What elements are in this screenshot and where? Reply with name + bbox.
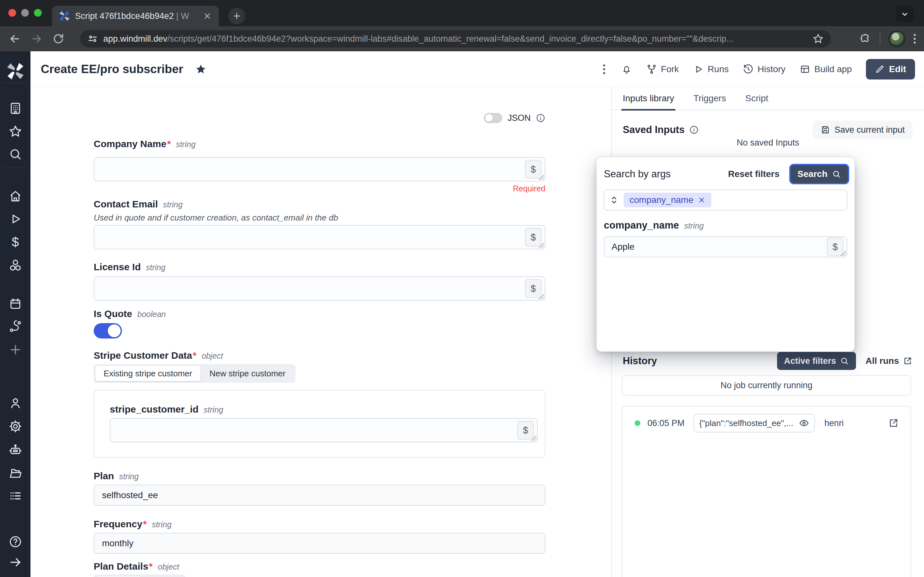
sidebar-item-runs[interactable] [0, 210, 31, 228]
sidebar-item-workspace[interactable] [0, 99, 31, 117]
field-stripe-customer-id-input[interactable]: $ [110, 418, 538, 442]
sidebar-item-logs[interactable] [0, 487, 31, 505]
header-actions: Fork Runs History Build app Edit [601, 59, 915, 79]
popup-field-input[interactable]: Apple $ [604, 236, 847, 258]
resize-handle[interactable] [539, 243, 544, 248]
save-current-input-button[interactable]: Save current input [813, 121, 913, 139]
forward-button[interactable] [29, 32, 44, 46]
field-license-id-input[interactable]: $ [94, 276, 545, 301]
windmill-logo[interactable] [0, 62, 31, 80]
new-tab-button[interactable] [228, 8, 245, 24]
field-stripe-customer-id-label: stripe_customer_id string [110, 404, 223, 415]
active-filters-button[interactable]: Active filters [777, 352, 856, 370]
fork-button[interactable]: Fork [646, 64, 679, 75]
favorite-star-icon[interactable] [195, 63, 207, 75]
is-quote-toggle[interactable] [94, 323, 122, 338]
field-company-name-input[interactable]: $ [94, 157, 545, 181]
view-args-eye-icon[interactable] [799, 418, 809, 428]
chip-remove-icon [698, 196, 706, 204]
resize-handle[interactable] [539, 175, 544, 180]
all-runs-link[interactable]: All runs [866, 356, 913, 366]
saved-inputs-title: Saved Inputs [623, 124, 699, 135]
sidebar-item-resources[interactable] [0, 256, 31, 274]
sidebar-item-home[interactable] [0, 187, 31, 205]
sidebar-item-add[interactable] [0, 341, 31, 359]
history-title: History [623, 355, 657, 367]
tab-new-stripe-customer[interactable]: New stripe customer [201, 366, 294, 381]
back-button[interactable] [8, 32, 22, 46]
resize-handle[interactable] [539, 294, 544, 300]
sidebar-item-folders[interactable] [0, 464, 31, 482]
toolbar-right [859, 26, 924, 51]
runs-button[interactable]: Runs [693, 64, 729, 75]
saved-inputs-info-icon[interactable] [689, 125, 699, 135]
run-args-pill[interactable]: {"plan":"selfhosted_ee",... [694, 414, 815, 432]
sidebar-item-flows[interactable] [0, 318, 31, 335]
app-header: Create EE/pro subscriber Fork Runs Histo… [31, 51, 924, 87]
run-args-text: {"plan":"selfhosted_ee",... [699, 418, 795, 428]
no-job-banner: No job currently running [622, 375, 911, 396]
build-app-button[interactable]: Build app [800, 64, 852, 75]
sidebar-item-users[interactable] [0, 394, 31, 412]
resize-handle[interactable] [841, 251, 846, 256]
search-button[interactable]: Search [790, 165, 848, 183]
browser-toolbar: app.windmill.dev/scripts/get/476f1bdce46… [0, 26, 924, 51]
sidebar-item-search[interactable] [0, 145, 31, 163]
company-name-chip[interactable]: company_name [624, 193, 711, 207]
tab-script[interactable]: Script [745, 87, 768, 110]
field-frequency-label: Frequency* string [94, 519, 172, 530]
page-title: Create EE/pro subscriber [41, 63, 183, 76]
window-minimize-button[interactable] [21, 9, 29, 17]
plan-select[interactable]: selfhosted_ee [94, 485, 545, 506]
frequency-select[interactable]: monthly [94, 533, 545, 554]
url-text: app.windmill.dev/scripts/get/476f1bdce46… [103, 34, 807, 44]
args-key-select[interactable]: company_name [604, 189, 847, 211]
history-header: History Active filters All runs [623, 352, 913, 370]
panel-tabs: Inputs library Triggers Script [612, 87, 924, 110]
browser-menu-icon[interactable] [914, 34, 916, 44]
sidebar-divider [3, 83, 27, 83]
sidebar-expand-icon[interactable] [0, 553, 31, 571]
sidebar-item-help[interactable] [0, 533, 31, 551]
open-run-icon[interactable] [888, 418, 899, 429]
field-license-id-label: License Id string [94, 261, 166, 272]
browser-tab[interactable]: Script 476f1bdce46b94e2 | W [52, 6, 219, 26]
window-zoom-button[interactable] [34, 9, 42, 17]
site-settings-icon[interactable] [87, 33, 98, 44]
tab-inputs-library[interactable]: Inputs library [623, 87, 674, 110]
sidebar-item-settings[interactable] [0, 417, 31, 435]
run-row[interactable]: 06:05 PM {"plan":"selfhosted_ee",... hen… [622, 414, 911, 433]
field-stripe-label: Stripe Customer Data* object [94, 350, 223, 361]
edit-button[interactable]: Edit [866, 59, 915, 79]
profile-avatar[interactable] [889, 31, 905, 47]
history-button[interactable]: History [743, 64, 785, 75]
sidebar-item-favorites[interactable] [0, 122, 31, 140]
reload-button[interactable] [51, 32, 65, 46]
json-toggle-label: JSON [507, 113, 531, 123]
tab-close-icon[interactable] [203, 11, 212, 21]
sidebar-item-workers[interactable] [0, 441, 31, 459]
more-menu-icon[interactable] [601, 64, 607, 74]
window-close-button[interactable] [8, 9, 16, 17]
field-contact-email-description: Used in quote and if customer creation, … [94, 213, 338, 223]
tab-search-chevron-button[interactable] [896, 6, 914, 23]
tab-triggers[interactable]: Triggers [693, 87, 726, 110]
sidebar-item-billing[interactable]: $ [0, 233, 31, 251]
tab-title: Script 476f1bdce46b94e2 | W [75, 11, 189, 21]
extensions-icon[interactable] [859, 32, 871, 45]
json-info-icon[interactable] [536, 113, 545, 123]
bookmark-star-icon[interactable] [813, 33, 824, 45]
notifications-button[interactable] [621, 64, 632, 75]
windmill-favicon [59, 11, 70, 21]
popup-header: Search by args Reset filters Search [604, 164, 848, 184]
tab-existing-stripe-customer[interactable]: Existing stripe customer [95, 366, 200, 381]
field-contact-email-input[interactable]: $ [94, 225, 545, 250]
saved-inputs-row: Saved Inputs Save current input [623, 121, 913, 139]
url-bar[interactable]: app.windmill.dev/scripts/get/476f1bdce46… [80, 30, 831, 47]
json-toggle[interactable] [484, 113, 502, 123]
history-run-card: 06:05 PM {"plan":"selfhosted_ee",... hen… [622, 406, 911, 577]
sidebar-item-schedules[interactable] [0, 295, 31, 313]
reset-filters-button[interactable]: Reset filters [728, 169, 779, 179]
sidebar-divider [3, 168, 27, 168]
resize-handle[interactable] [531, 436, 536, 441]
